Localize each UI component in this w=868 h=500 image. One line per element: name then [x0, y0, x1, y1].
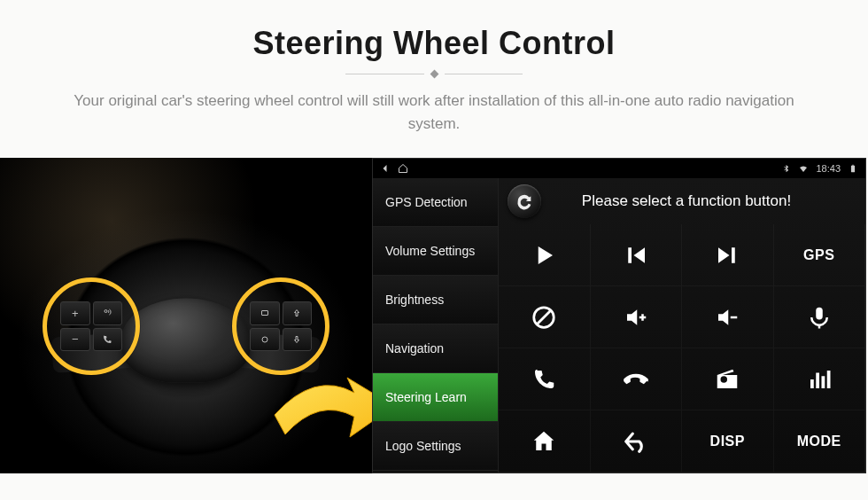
panel-title: Please select a function button!	[555, 192, 856, 210]
content-row: + −	[0, 147, 868, 473]
title-divider	[345, 71, 523, 77]
mic-icon	[806, 304, 833, 331]
equalizer-button[interactable]	[774, 348, 866, 410]
highlight-ring-left	[43, 277, 140, 375]
svg-rect-11	[827, 371, 831, 388]
svg-rect-9	[816, 372, 819, 388]
next-track-icon	[714, 242, 740, 269]
call-hangup-button[interactable]	[591, 348, 683, 410]
prev-track-icon	[623, 242, 649, 269]
svg-rect-4	[852, 165, 854, 166]
home-icon	[531, 428, 557, 455]
function-panel: Please select a function button! GPS	[499, 178, 865, 473]
page-subtitle: Your original car's steering wheel contr…	[53, 90, 815, 135]
steering-wheel-photo: + −	[0, 158, 372, 473]
next-track-button[interactable]	[682, 224, 774, 286]
settings-sidebar: GPS Detection Volume Settings Brightness…	[373, 178, 499, 473]
home-nav-icon[interactable]	[398, 163, 408, 174]
radio-icon	[714, 366, 740, 393]
status-bar: 18:43	[373, 159, 865, 178]
volume-down-button[interactable]	[682, 286, 774, 348]
header: Steering Wheel Control Your original car…	[0, 0, 868, 147]
page-title: Steering Wheel Control	[35, 25, 833, 62]
headunit-screen: 18:43 GPS Detection Volume Settings Brig…	[372, 158, 866, 473]
refresh-icon	[515, 191, 534, 211]
back-arrow-icon	[623, 428, 649, 455]
sidebar-item-label: GPS Detection	[385, 195, 468, 209]
sidebar-item-label: Brightness	[385, 293, 444, 307]
wifi-icon	[798, 163, 809, 174]
mic-button[interactable]	[774, 286, 866, 348]
highlight-ring-right	[232, 277, 329, 375]
volume-down-icon	[714, 304, 740, 331]
sidebar-item-label: Volume Settings	[385, 244, 475, 258]
play-button[interactable]	[499, 224, 591, 286]
sidebar-item-volume-settings[interactable]: Volume Settings	[373, 227, 498, 276]
volume-up-button[interactable]	[591, 286, 683, 348]
call-pickup-button[interactable]	[499, 348, 591, 410]
volume-up-icon	[623, 304, 649, 331]
sidebar-item-label: Navigation	[385, 341, 444, 355]
status-time: 18:43	[816, 163, 841, 174]
phone-hangup-icon	[623, 366, 649, 393]
sidebar-item-logo-settings[interactable]: Logo Settings	[373, 422, 498, 471]
sidebar-item-label: Steering Learn	[385, 390, 467, 404]
back-button[interactable]	[591, 410, 683, 473]
gps-label: GPS	[803, 247, 834, 263]
sidebar-item-navigation[interactable]: Navigation	[373, 324, 498, 373]
bluetooth-icon	[780, 163, 791, 174]
mute-button[interactable]	[499, 286, 591, 348]
equalizer-icon	[806, 366, 833, 393]
mode-button[interactable]: MODE	[774, 410, 866, 473]
disp-label: DISP	[710, 434, 745, 449]
refresh-button[interactable]	[508, 184, 541, 218]
gps-button[interactable]: GPS	[774, 224, 866, 286]
sidebar-item-steering-learn[interactable]: Steering Learn	[373, 373, 498, 422]
play-icon	[531, 242, 557, 269]
svg-rect-7	[816, 307, 823, 319]
sidebar-item-gps-detection[interactable]: GPS Detection	[373, 178, 498, 227]
radio-button[interactable]	[682, 348, 774, 410]
display-button[interactable]: DISP	[682, 410, 774, 473]
previous-track-button[interactable]	[591, 224, 683, 286]
mute-icon	[531, 304, 557, 331]
svg-rect-8	[810, 379, 814, 388]
home-button[interactable]	[499, 410, 591, 473]
battery-icon	[848, 163, 858, 174]
sidebar-item-brightness[interactable]: Brightness	[373, 276, 498, 324]
sidebar-item-label: Logo Settings	[385, 439, 461, 453]
svg-rect-3	[851, 166, 855, 173]
svg-rect-6	[731, 316, 738, 318]
svg-rect-10	[821, 376, 825, 388]
mode-label: MODE	[797, 434, 841, 449]
phone-pickup-icon	[531, 366, 557, 393]
back-nav-icon[interactable]	[380, 163, 391, 174]
